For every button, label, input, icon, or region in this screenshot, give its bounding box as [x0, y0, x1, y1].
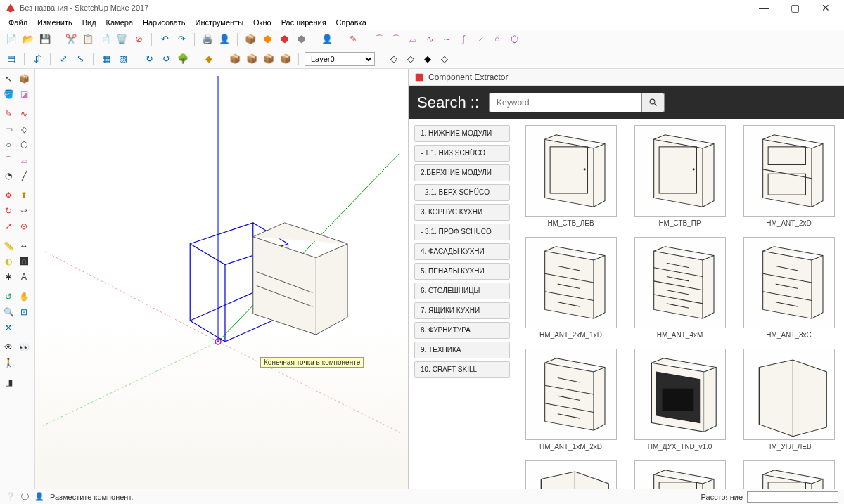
polygon-icon[interactable]: ⬡	[507, 32, 521, 46]
component-icon[interactable]: 📦	[17, 72, 31, 86]
offset-icon[interactable]: ⊙	[17, 219, 31, 233]
category-item[interactable]: 5. ПЕНАЛЫ КУХНИ	[414, 263, 510, 280]
pushpull-icon[interactable]: ⬆	[17, 188, 31, 202]
refresh2-icon[interactable]: ↺	[159, 52, 173, 66]
arc4-icon[interactable]: ⌒	[1, 153, 15, 167]
layer4-icon[interactable]: ◇	[437, 52, 452, 66]
rotate-icon[interactable]: ↻	[1, 204, 15, 218]
transform2-icon[interactable]: ⤡	[73, 52, 87, 66]
tape-icon[interactable]: 📏	[1, 239, 15, 253]
look-around-icon[interactable]: 👀	[17, 340, 31, 354]
menu-camera[interactable]: Камера	[102, 17, 137, 28]
menu-tools[interactable]: Инструменты	[191, 17, 248, 28]
category-item[interactable]: - 1.1. НИЗ SCHÜCO	[414, 145, 510, 162]
category-item[interactable]: - 3.1. ПРОФ SCHÜCO	[414, 224, 510, 240]
walk-icon[interactable]: 🚶	[1, 356, 15, 370]
component-card[interactable]: НМ_УГЛ_ЛЕВ	[739, 349, 838, 451]
cancel-icon[interactable]: ⊘	[132, 32, 146, 46]
component-card[interactable]: НМ_ДУХ_TND_v1.0	[630, 349, 729, 451]
protractor-icon[interactable]: ◐	[1, 254, 15, 269]
box-s3-icon[interactable]: 📦	[262, 52, 276, 66]
pan-icon[interactable]: ✋	[17, 290, 31, 304]
zoom-extents-icon[interactable]: ⤧	[1, 321, 15, 335]
component-card[interactable]: HM_ANT_2xM_1xD	[521, 237, 620, 339]
component-card[interactable]	[630, 460, 729, 489]
pencil-icon[interactable]: ✎	[346, 32, 360, 46]
zoom-icon[interactable]: 🔍	[1, 305, 15, 319]
bezier-icon[interactable]: ∫	[456, 32, 471, 46]
info-icon[interactable]: ⓘ	[21, 491, 29, 502]
polygon2-icon[interactable]: ⬡	[17, 138, 31, 152]
refresh-icon[interactable]: ↻	[142, 52, 156, 66]
box-s2-icon[interactable]: 📦	[245, 52, 259, 66]
followme-icon[interactable]: ⤻	[17, 204, 31, 218]
tool-blue1-icon[interactable]: ▦	[99, 52, 113, 66]
box-s4-icon[interactable]: 📦	[279, 52, 293, 66]
3dtext-icon[interactable]: A	[17, 270, 31, 284]
paste-icon[interactable]: 📄	[98, 32, 112, 46]
tree-icon[interactable]: 🌳	[176, 52, 190, 66]
polyline-icon[interactable]: ⟋	[473, 32, 487, 46]
move-tool-icon[interactable]: ⇵	[30, 52, 44, 66]
circle2-icon[interactable]: ○	[1, 138, 15, 152]
dimension-icon[interactable]: ↔	[17, 239, 31, 253]
redo-icon[interactable]: ↷	[174, 32, 188, 46]
category-item[interactable]: 7. ЯЩИКИ КУХНИ	[414, 302, 510, 319]
geo-icon[interactable]: 👤	[34, 492, 44, 501]
circle-icon[interactable]: ○	[490, 32, 504, 46]
arc3-icon[interactable]: ⌓	[406, 32, 420, 46]
save-icon[interactable]: 💾	[38, 32, 52, 46]
zoom-window-icon[interactable]: ⊡	[17, 305, 31, 319]
move-icon[interactable]: ✥	[1, 188, 15, 202]
open-icon[interactable]: 📂	[21, 32, 35, 46]
orbit-icon[interactable]: ↺	[1, 290, 15, 304]
box-gray-icon[interactable]: ⬢	[294, 32, 308, 46]
window-close[interactable]: ✕	[817, 2, 834, 13]
arc5-icon[interactable]: ⌓	[17, 153, 31, 167]
menu-draw[interactable]: Нарисовать	[139, 17, 189, 28]
box-orange-icon[interactable]: ⬢	[260, 32, 274, 46]
delete-icon[interactable]: 🗑️	[115, 32, 129, 46]
search-input[interactable]	[489, 93, 642, 112]
measurement-input[interactable]	[747, 491, 838, 503]
search-button[interactable]	[642, 93, 665, 112]
component-card[interactable]: HM_ANT_1xM_2xD	[521, 349, 620, 451]
freehand-icon[interactable]: ∿	[423, 32, 437, 46]
position-camera-icon[interactable]: 👁	[1, 340, 15, 354]
section-icon[interactable]: ◨	[1, 375, 15, 389]
copy-icon[interactable]: 📋	[81, 32, 95, 46]
rectangle-icon[interactable]: ▭	[1, 122, 15, 136]
rotrect-icon[interactable]: ◇	[17, 122, 31, 136]
view-tool-icon[interactable]: ▤	[4, 52, 18, 66]
category-item[interactable]: 6. СТОЛЕШНИЦЫ	[414, 283, 510, 299]
layer1-icon[interactable]: ◇	[387, 52, 401, 66]
component-card[interactable]	[521, 460, 620, 489]
component-card[interactable]: HM_ANT_3xC	[739, 237, 838, 339]
layer-select[interactable]: Layer0	[305, 52, 375, 66]
component-card[interactable]: НМ_СТВ_ЛЕВ	[521, 125, 620, 227]
arc6-icon[interactable]: ╱	[17, 169, 31, 183]
login-icon[interactable]: 👤	[320, 32, 334, 46]
box-s1-icon[interactable]: 📦	[228, 52, 242, 66]
window-maximize[interactable]: ▢	[786, 2, 803, 13]
help-icon[interactable]: ❔	[6, 492, 15, 501]
model-icon[interactable]: 👤	[217, 32, 231, 46]
pie-icon[interactable]: ◔	[1, 169, 15, 183]
category-item[interactable]: 4. ФАСАДЫ КУХНИ	[414, 243, 510, 260]
menu-edit[interactable]: Изменить	[33, 17, 77, 28]
component-card[interactable]	[739, 460, 838, 489]
group-icon[interactable]: 📦	[243, 32, 257, 46]
axes-icon[interactable]: ✱	[1, 270, 15, 284]
menu-extensions[interactable]: Расширения	[277, 17, 331, 28]
menu-window[interactable]: Окно	[249, 17, 276, 28]
arc-icon[interactable]: ⌒	[372, 32, 386, 46]
print-icon[interactable]: 🖨️	[200, 32, 215, 46]
transform1-icon[interactable]: ⤢	[56, 52, 70, 66]
paint-icon[interactable]: 🪣	[1, 87, 15, 101]
category-item[interactable]: 2.ВЕРХНИЕ МОДУЛИ	[414, 164, 510, 181]
window-minimize[interactable]: —	[755, 2, 772, 13]
component-card[interactable]: HM_ANT_2xD	[739, 125, 838, 227]
arc2-icon[interactable]: ⌒	[389, 32, 403, 46]
eraser-icon[interactable]: ◪	[17, 87, 31, 101]
layer2-icon[interactable]: ◇	[404, 52, 418, 66]
